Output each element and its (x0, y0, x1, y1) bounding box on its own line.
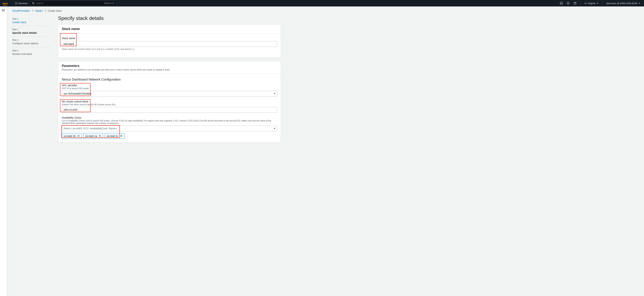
main-column: CloudFormation Stacks Create stack Step … (7, 6, 644, 296)
chevron-down-icon (638, 3, 640, 4)
subnet-desc: Subnet Cidr block used to launch ND clus… (62, 103, 277, 106)
chevron-right-icon (44, 9, 46, 12)
services-menu-button[interactable]: Services (15, 2, 28, 5)
token-label: us-east-1c (106, 135, 118, 138)
step-name: Configure stack options (12, 42, 51, 45)
step-number: Step 1 (12, 17, 51, 20)
step-name: Create stack (12, 21, 51, 24)
hamburger-icon[interactable] (2, 9, 5, 11)
close-icon[interactable]: ✕ (120, 134, 122, 138)
vpc-desc: VPC ID to launch ND cluster (62, 87, 277, 90)
breadcrumb-link[interactable]: CloudFormation (12, 9, 30, 12)
breadcrumb: CloudFormation Stacks Create stack (12, 9, 638, 12)
az-token: us-east-1c ✕ (104, 133, 124, 139)
breadcrumb-current: Create stack (48, 9, 62, 12)
az-tokens: us-east-1b ✕ us-east-1a ✕ us-east-1c (62, 133, 277, 139)
chevron-down-icon (274, 128, 276, 129)
panel-title: Parameters (62, 64, 277, 68)
step-name: Review vnd-stack (12, 53, 51, 55)
panel-body: Nexus Dashboard Network Configuration VP… (58, 74, 281, 143)
account-selector[interactable]: aleccham @ 0393-2340-8238 (605, 2, 642, 5)
page-body: CloudFormation Stacks Create stack Step … (0, 6, 644, 296)
wizard-step-3: Step 3 Configure stack options (12, 37, 51, 47)
breadcrumb-link[interactable]: Stacks (35, 9, 43, 12)
step-number: Step 3 (12, 39, 51, 41)
subnet-input[interactable] (62, 107, 277, 113)
panel-header: Stack name (58, 24, 281, 33)
az-label: Availability Zones (62, 116, 277, 119)
subnet-label: ND cluster subnet block (62, 100, 277, 103)
search-input[interactable] (36, 2, 104, 5)
region-selector[interactable]: N. Virginia (583, 2, 600, 5)
content-row: Step 1 Create stack Step 2 Specify stack… (12, 15, 638, 146)
page-title: Specify stack details (58, 15, 281, 21)
vpc-identifier-field: VPC identifier VPC ID to launch ND clust… (62, 84, 277, 97)
chevron-down-icon (597, 3, 598, 4)
az-select[interactable]: Select List<AWS::EC2::AvailabilityZone::… (62, 126, 277, 131)
chevron-right-icon (32, 9, 34, 12)
step-name: Specify stack details (12, 31, 51, 34)
az-desc: List of Availability Zones used to launc… (62, 120, 277, 125)
panel-body: Stack name Stack name can include letter… (58, 33, 281, 58)
nav-right: N. Virginia aleccham @ 0393-2340-8238 (558, 1, 642, 5)
svg-point-0 (32, 2, 34, 4)
panel-desc: Parameters are defined in your template … (62, 69, 277, 71)
close-icon[interactable]: ✕ (99, 134, 101, 138)
availability-zones-field: Availability Zones List of Availability … (62, 116, 277, 139)
chevron-down-icon (274, 93, 276, 94)
subnet-block-field: ND cluster subnet block Subnet Cidr bloc… (62, 100, 277, 113)
parameters-panel: Parameters Parameters are defined in you… (58, 61, 281, 143)
cloudshell-icon[interactable] (558, 1, 564, 5)
az-token: us-east-1a ✕ (83, 133, 103, 139)
divider (580, 1, 581, 5)
form-column: Specify stack details Stack name Stack n… (58, 15, 281, 146)
az-select-wrap: Select List<AWS::EC2::AvailabilityZone::… (62, 126, 277, 139)
vpc-value: vpc-0ef2aea663782eb8a (64, 92, 91, 95)
panel-title: Stack name (62, 27, 277, 31)
step-number: Step 4 (12, 49, 51, 52)
stack-name-input[interactable] (62, 41, 277, 47)
region-label: N. Virginia (585, 2, 596, 5)
grid-icon (15, 2, 18, 4)
az-token: us-east-1b ✕ (62, 133, 82, 139)
close-icon[interactable]: ✕ (78, 134, 80, 138)
divider (602, 1, 602, 5)
stack-name-panel: Stack name Stack name Stack name can inc… (58, 24, 281, 58)
step-number: Step 2 (12, 28, 51, 31)
search-box[interactable]: [Option+S] (30, 1, 116, 6)
section-heading: Nexus Dashboard Network Configuration (62, 78, 277, 81)
search-shortcut: [Option+S] (104, 2, 114, 4)
search-icon (32, 2, 34, 4)
side-panel-toggle (0, 6, 7, 296)
wizard-step-1[interactable]: Step 1 Create stack (12, 15, 51, 26)
notifications-icon[interactable] (565, 1, 571, 5)
services-label: Services (18, 2, 28, 5)
stack-name-field: Stack name Stack name can include letter… (62, 37, 277, 50)
wizard-nav: Step 1 Create stack Step 2 Specify stack… (12, 15, 51, 146)
stack-name-hint: Stack name can include letters (A-Z and … (62, 48, 277, 50)
wizard-step-4: Step 4 Review vnd-stack (12, 47, 51, 58)
help-icon[interactable] (572, 1, 578, 5)
aws-logo[interactable]: aws (2, 2, 8, 5)
token-label: us-east-1b (64, 135, 76, 138)
vpc-select[interactable]: vpc-0ef2aea663782eb8a (62, 91, 277, 97)
token-label: us-east-1a (85, 135, 97, 138)
svg-line-1 (34, 4, 34, 4)
top-nav: aws Services [Option+S] N. Virgi (0, 0, 644, 6)
vpc-label: VPC identifier (62, 84, 277, 87)
account-label: aleccham @ 0393-2340-8238 (606, 2, 637, 5)
az-placeholder: Select List<AWS::EC2::AvailabilityZone::… (64, 127, 117, 130)
panel-header: Parameters Parameters are defined in you… (58, 62, 281, 74)
stack-name-label: Stack name (62, 37, 277, 40)
wizard-step-2: Step 2 Specify stack details (12, 26, 51, 37)
